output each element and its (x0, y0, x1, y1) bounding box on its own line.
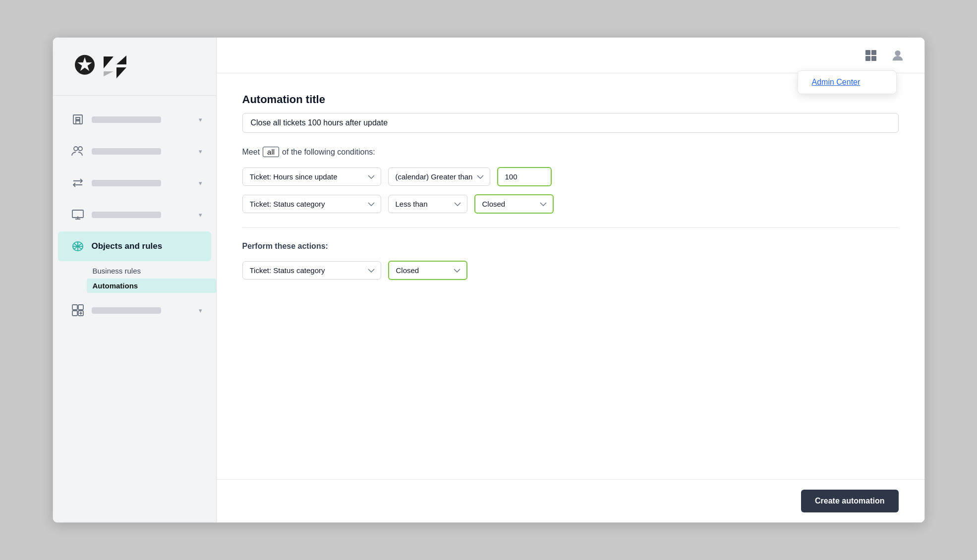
condition-row-2: Ticket: Status category Less than Closed (242, 194, 899, 214)
all-conditions-badge[interactable]: all (263, 147, 279, 157)
main-content: Admin Center Automation title Meet all o… (217, 38, 924, 522)
automation-title-input[interactable] (242, 113, 899, 133)
sidebar-item-objects-rules[interactable]: Objects and rules (58, 231, 211, 261)
svg-rect-14 (72, 311, 77, 316)
condition-row-1: Ticket: Hours since update (calendar) Gr… (242, 167, 899, 186)
svg-rect-19 (871, 50, 876, 55)
condition-2-value-select[interactable]: Closed (474, 194, 554, 214)
footer: Create automation (217, 479, 924, 522)
section-divider (242, 227, 899, 228)
svg-point-9 (78, 147, 82, 151)
condition-1-operator-select[interactable]: (calendar) Greater than (388, 168, 490, 186)
create-automation-button[interactable]: Create automation (801, 490, 898, 512)
grid-apps-icon[interactable] (862, 47, 880, 64)
automation-title-label: Automation title (242, 93, 899, 106)
sidebar-item-building[interactable]: ▾ (58, 105, 211, 134)
chevron-down-icon: ▾ (199, 307, 202, 314)
condition-1-value-input[interactable] (497, 167, 552, 186)
condition-1-field-select[interactable]: Ticket: Hours since update (242, 168, 381, 186)
svg-marker-1 (104, 56, 114, 68)
svg-marker-2 (104, 71, 114, 76)
sidebar-item-objects-rules-label: Objects and rules (92, 241, 163, 251)
conditions-label: Meet all of the following conditions: (242, 147, 899, 157)
svg-rect-13 (78, 305, 83, 310)
svg-rect-6 (76, 119, 77, 121)
zendesk-logo-icon: ✪ (71, 52, 99, 79)
zendesk-logo-icon (101, 54, 130, 79)
building-icon (69, 111, 87, 128)
automation-form: Automation title Meet all of the followi… (217, 73, 924, 479)
svg-point-8 (74, 147, 78, 151)
svg-rect-21 (871, 56, 876, 61)
svg-marker-4 (116, 67, 126, 78)
logo: ✪ (53, 38, 216, 96)
action-row-1: Ticket: Status category Closed (242, 261, 899, 280)
sub-nav-automations[interactable]: Automations (87, 279, 216, 293)
people-icon (69, 142, 87, 160)
admin-center-dropdown: Admin Center (798, 70, 897, 94)
condition-2-operator-select[interactable]: Less than (388, 195, 467, 213)
sidebar: ✪ (53, 38, 217, 522)
action-1-value-select[interactable]: Closed (388, 261, 467, 280)
header: Admin Center (217, 38, 924, 73)
sidebar-item-channels[interactable]: ▾ (58, 168, 211, 198)
admin-center-link[interactable]: Admin Center (812, 78, 861, 86)
action-1-field-select[interactable]: Ticket: Status category (242, 261, 381, 280)
chevron-down-icon: ▾ (199, 148, 202, 155)
svg-rect-20 (865, 56, 870, 61)
apps-icon (69, 301, 87, 319)
chevron-down-icon: ▾ (199, 116, 202, 123)
sidebar-item-workspaces[interactable]: ▾ (58, 200, 211, 229)
svg-text:✪: ✪ (74, 52, 95, 79)
objects-rules-icon (69, 237, 87, 255)
sub-nav-business-rules[interactable]: Business rules (87, 264, 216, 278)
svg-marker-3 (116, 56, 126, 64)
actions-label: Perform these actions: (242, 242, 899, 251)
sidebar-item-people[interactable]: ▾ (58, 136, 211, 166)
svg-point-11 (77, 217, 78, 218)
svg-rect-7 (78, 119, 79, 121)
chevron-down-icon: ▾ (199, 179, 202, 187)
sidebar-item-apps[interactable]: ▾ (58, 295, 211, 325)
condition-2-field-select[interactable]: Ticket: Status category (242, 195, 381, 213)
chevron-down-icon: ▾ (199, 211, 202, 219)
svg-rect-5 (73, 115, 82, 124)
user-avatar-icon[interactable] (889, 47, 907, 64)
monitor-icon (69, 206, 87, 224)
sidebar-navigation: ▾ ▾ (53, 96, 216, 522)
svg-rect-18 (865, 50, 870, 55)
arrows-icon (69, 174, 87, 192)
sub-navigation: Business rules Automations (53, 262, 216, 294)
svg-point-22 (895, 50, 900, 56)
svg-rect-12 (72, 305, 77, 310)
